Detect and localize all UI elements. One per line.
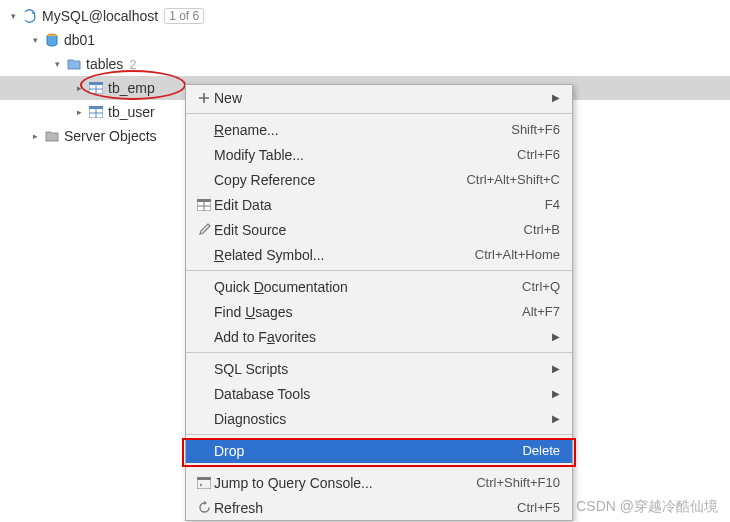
menu-item-diagnostics[interactable]: Diagnostics ▶ (186, 406, 572, 431)
tree-node-connection[interactable]: ▾ MySQL@localhost 1 of 6 (0, 4, 730, 28)
menu-item-add-to-favorites[interactable]: Add to Favorites ▶ (186, 324, 572, 349)
menu-label: Refresh (214, 500, 263, 516)
plus-icon (194, 90, 214, 106)
chevron-right-icon: ▸ (72, 105, 86, 119)
table-icon (194, 197, 214, 213)
menu-label: Copy Reference (214, 172, 315, 188)
menu-item-jump-to-query-console[interactable]: Jump to Query Console... Ctrl+Shift+F10 (186, 470, 572, 495)
database-icon (44, 32, 60, 48)
menu-item-refresh[interactable]: Refresh Ctrl+F5 (186, 495, 572, 520)
menu-item-find-usages[interactable]: Find Usages Alt+F7 (186, 299, 572, 324)
tree-label: MySQL@localhost (42, 8, 158, 24)
menu-item-related-symbol[interactable]: Related Symbol... Ctrl+Alt+Home (186, 242, 572, 267)
submenu-arrow-icon: ▶ (548, 413, 560, 424)
tree-node-database[interactable]: ▾ db01 (0, 28, 730, 52)
menu-shortcut: Alt+F7 (522, 304, 560, 319)
tree-label: Server Objects (64, 128, 157, 144)
menu-label: New (214, 90, 242, 106)
menu-shortcut: Ctrl+F6 (517, 147, 560, 162)
folder-icon (66, 56, 82, 72)
tables-count: 2 (129, 57, 136, 72)
menu-label: Related Symbol... (214, 247, 325, 263)
submenu-arrow-icon: ▶ (548, 388, 560, 399)
console-icon (194, 475, 214, 491)
menu-item-quick-documentation[interactable]: Quick Documentation Ctrl+Q (186, 274, 572, 299)
watermark: CSDN @穿越冷酷仙境 (576, 498, 718, 516)
submenu-arrow-icon: ▶ (548, 331, 560, 342)
context-menu: New ▶ Rename... Shift+F6 Modify Table...… (185, 84, 573, 521)
menu-label: Drop (214, 443, 244, 459)
chevron-right-icon: ▸ (72, 81, 86, 95)
menu-separator (186, 434, 572, 435)
tree-node-tables-folder[interactable]: ▾ tables 2 (0, 52, 730, 76)
menu-item-modify-table[interactable]: Modify Table... Ctrl+F6 (186, 142, 572, 167)
chevron-down-icon: ▾ (50, 57, 64, 71)
menu-item-drop[interactable]: Drop Delete (186, 438, 572, 463)
menu-shortcut: Ctrl+Shift+F10 (476, 475, 560, 490)
tree-label: tb_user (108, 104, 155, 120)
menu-shortcut: Ctrl+B (524, 222, 560, 237)
menu-separator (186, 352, 572, 353)
menu-label: Edit Data (214, 197, 272, 213)
menu-item-edit-data[interactable]: Edit Data F4 (186, 192, 572, 217)
menu-item-sql-scripts[interactable]: SQL Scripts ▶ (186, 356, 572, 381)
table-icon (88, 104, 104, 120)
menu-item-rename[interactable]: Rename... Shift+F6 (186, 117, 572, 142)
svg-rect-15 (197, 477, 211, 480)
submenu-arrow-icon: ▶ (548, 363, 560, 374)
chevron-down-icon: ▾ (28, 33, 42, 47)
connection-badge: 1 of 6 (164, 8, 204, 24)
menu-label: Jump to Query Console... (214, 475, 373, 491)
menu-label: Add to Favorites (214, 329, 316, 345)
submenu-arrow-icon: ▶ (548, 92, 560, 103)
menu-label: Rename... (214, 122, 279, 138)
menu-label: Quick Documentation (214, 279, 348, 295)
menu-item-database-tools[interactable]: Database Tools ▶ (186, 381, 572, 406)
menu-item-new[interactable]: New ▶ (186, 85, 572, 110)
folder-icon (44, 128, 60, 144)
menu-label: SQL Scripts (214, 361, 288, 377)
menu-shortcut: Shift+F6 (511, 122, 560, 137)
menu-shortcut: Ctrl+Alt+Home (475, 247, 560, 262)
refresh-icon (194, 500, 214, 516)
table-icon (88, 80, 104, 96)
mysql-icon (22, 8, 38, 24)
chevron-right-icon: ▸ (28, 129, 42, 143)
menu-label: Database Tools (214, 386, 310, 402)
menu-separator (186, 270, 572, 271)
menu-label: Edit Source (214, 222, 286, 238)
tree-label: tables (86, 56, 123, 72)
svg-point-0 (32, 12, 34, 14)
tree-label: db01 (64, 32, 95, 48)
chevron-down-icon: ▾ (6, 9, 20, 23)
menu-label: Modify Table... (214, 147, 304, 163)
menu-label: Find Usages (214, 304, 293, 320)
menu-shortcut: Delete (522, 443, 560, 458)
menu-separator (186, 113, 572, 114)
pencil-icon (194, 222, 214, 238)
menu-label: Diagnostics (214, 411, 286, 427)
menu-shortcut: Ctrl+Q (522, 279, 560, 294)
menu-item-edit-source[interactable]: Edit Source Ctrl+B (186, 217, 572, 242)
tree-label: tb_emp (108, 80, 155, 96)
menu-shortcut: Ctrl+F5 (517, 500, 560, 515)
menu-separator (186, 466, 572, 467)
menu-item-copy-reference[interactable]: Copy Reference Ctrl+Alt+Shift+C (186, 167, 572, 192)
menu-shortcut: Ctrl+Alt+Shift+C (466, 172, 560, 187)
menu-shortcut: F4 (545, 197, 560, 212)
